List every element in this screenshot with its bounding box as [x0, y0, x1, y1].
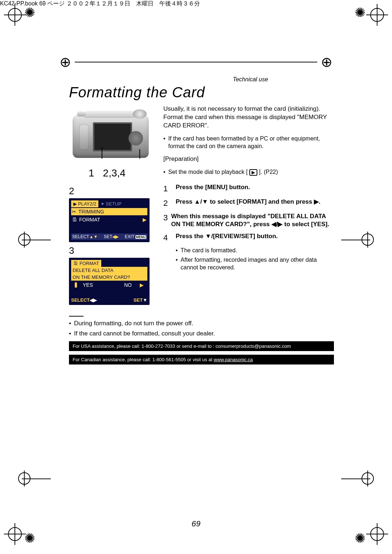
- step-number: 4: [163, 232, 173, 243]
- screen2-footer: SELECT◀▶ SET▼: [71, 297, 147, 303]
- menu-item-trimming: ✂ TRIMMING: [71, 208, 147, 215]
- option-no: NO: [124, 282, 132, 288]
- note-text: During formatting, do not turn the power…: [74, 319, 193, 327]
- registration-mark: [341, 478, 370, 479]
- format-icon: 🖻: [73, 261, 78, 266]
- tab-setup: ✦ SETUP: [98, 200, 123, 207]
- camera-illustration: [69, 111, 152, 165]
- section-label: Technical use: [167, 76, 334, 83]
- content-area: Technical use Formatting the Card: [69, 76, 334, 510]
- preparation-label: [Preparation]: [163, 155, 334, 163]
- menu-chip: MENU: [135, 235, 147, 239]
- manual-page: KC42-PP.book 69 ページ ２００２年１２月１９日 木曜日 午後４時…: [0, 0, 392, 554]
- confirm-line-1: DELETE ALL DATA: [71, 267, 147, 274]
- foot-select: SELECT: [71, 297, 90, 303]
- bullet-icon: •: [163, 135, 166, 150]
- step-number: 1: [163, 183, 173, 194]
- foot-set: SET: [104, 234, 112, 239]
- menu-item-format: 🖻 FORMAT ▶: [71, 216, 147, 223]
- bullet-text: After formatting, recorded images and an…: [181, 256, 334, 272]
- lcd-screen-1: ▶ PLAY2/2 ✦ SETUP ✂ TRIMMING 🖻: [69, 198, 150, 242]
- step-text: When this message is displayed "DELETE A…: [171, 212, 334, 229]
- right-column: Usually, it is not necessary to format t…: [163, 105, 334, 308]
- foot-select: SELECT: [72, 234, 89, 239]
- bullet-icon: •: [69, 319, 71, 327]
- lcd-screen-2: 🖻 FORMAT DELETE ALL DATA ON THE MEMORY C…: [69, 258, 150, 305]
- callout-234: 2,3,4: [103, 167, 126, 179]
- step-4: 4 Press the ▼/[REVIEW/SET] button.: [163, 232, 334, 243]
- leftright-icon: ◀▶: [112, 234, 119, 239]
- page-title: Formatting the Card: [69, 84, 334, 101]
- menu-item-label: TRIMMING: [78, 209, 104, 215]
- screen2-title-label: FORMAT: [79, 261, 99, 266]
- step-number: 2: [163, 198, 173, 209]
- crop-mark: [365, 8, 384, 27]
- updown-icon: ▲▼: [89, 234, 98, 239]
- confirm-line-2: ON THE MEMORY CARD?: [71, 274, 147, 281]
- registration-mark: [22, 240, 51, 240]
- assistance-bar-ca: For Canadian assistance, please call: 1-…: [69, 355, 334, 364]
- note-rule-icon: [69, 316, 83, 317]
- chevron-right-icon: ▶: [140, 282, 144, 288]
- bullet-icon: •: [176, 256, 178, 272]
- header-text: KC42-PP.book 69 ページ ２００２年１２月１９日 木曜日 午後４時…: [0, 0, 392, 8]
- cursor-bar-icon: [75, 282, 77, 288]
- bullet-icon: •: [176, 247, 178, 254]
- step-text: Press ▲/▼ to select [FORMAT] and then pr…: [176, 198, 320, 206]
- intro-paragraph: Usually, it is not necessary to format t…: [163, 105, 334, 130]
- down-icon: ▼: [143, 297, 147, 303]
- ca-link[interactable]: www.panasonic.ca: [214, 357, 253, 362]
- notes-block: • During formatting, do not turn the pow…: [69, 316, 334, 338]
- header-mark-icon: [58, 55, 73, 69]
- camera-callout-labels: 1 2,3,4: [89, 167, 152, 179]
- crop-mark: [8, 8, 27, 27]
- prep-pre: Set the mode dial to playback [: [168, 169, 248, 175]
- intro-bullet: • If the card has been formatted by a PC…: [163, 135, 334, 150]
- setup-icon: ✦: [101, 201, 105, 207]
- bullet-text: The card is formatted.: [181, 247, 237, 254]
- option-yes: YES: [83, 282, 93, 288]
- callout-1: 1: [89, 167, 94, 179]
- registration-mark: [22, 478, 51, 479]
- screen2-title: 🖻 FORMAT: [71, 260, 101, 267]
- chevron-right-icon: ▶: [143, 217, 147, 223]
- registration-mark: [341, 240, 370, 240]
- left-column: 1 2,3,4 2 ▶ PLAY2/2 ✦ SETUP: [69, 105, 152, 308]
- preparation-bullet: • Set the mode dial to playback [ ▶ ]. (…: [163, 168, 334, 176]
- post-bullet-2: • After formatting, recorded images and …: [176, 256, 334, 272]
- header-mark-icon: [319, 55, 334, 69]
- crop-mark: [365, 527, 384, 546]
- page-header: [58, 54, 334, 70]
- ca-text: For Canadian assistance, please call: 1-…: [73, 357, 214, 362]
- screen1-step-number: 2: [69, 186, 152, 197]
- step-text: Press the [MENU] button.: [176, 183, 250, 192]
- bullet-icon: •: [69, 330, 71, 338]
- bullet-text: If the card has been formatted by a PC o…: [168, 135, 334, 150]
- step-2: 2 Press ▲/▼ to select [FORMAT] and then …: [163, 198, 334, 209]
- screen2-step-number: 3: [69, 245, 152, 256]
- bullet-icon: •: [163, 168, 166, 176]
- leftright-icon: ◀▶: [90, 297, 97, 303]
- yes-no-row: YES NO ▶: [71, 281, 147, 289]
- foot-set: SET: [134, 297, 143, 303]
- tab-play: ▶ PLAY2/2: [71, 200, 98, 207]
- playback-icon: ▶: [249, 169, 257, 176]
- menu-item-label: FORMAT: [79, 217, 100, 223]
- step-1: 1 Press the [MENU] button.: [163, 183, 334, 194]
- tab-setup-label: SETUP: [106, 201, 121, 207]
- preparation-text: Set the mode dial to playback [ ▶ ]. (P2…: [168, 168, 278, 176]
- note-1: • During formatting, do not turn the pow…: [69, 319, 334, 327]
- step-text: Press the ▼/[REVIEW/SET] button.: [176, 232, 278, 241]
- crop-mark: [8, 527, 27, 546]
- note-2: • If the card cannot be formatted, consu…: [69, 330, 334, 338]
- step-3: 3 When this message is displayed "DELETE…: [163, 212, 334, 229]
- play-icon: ▶: [73, 201, 77, 207]
- tab-play-label: PLAY2/2: [78, 201, 96, 207]
- scissors-icon: ✂: [72, 209, 76, 215]
- step-number: 3: [163, 212, 168, 223]
- page-number: 69: [0, 519, 392, 529]
- format-icon: 🖻: [72, 217, 77, 223]
- note-text: If the card cannot be formatted, consult…: [74, 330, 215, 338]
- assistance-bar-us: For USA assistance, please call: 1-800-2…: [69, 341, 334, 351]
- foot-exit: EXIT: [125, 234, 135, 239]
